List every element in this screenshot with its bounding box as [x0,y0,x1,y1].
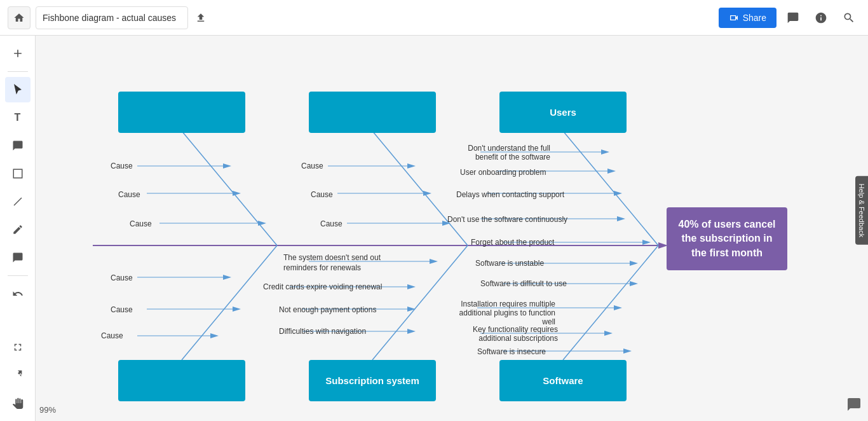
svg-marker-53 [604,331,613,336]
system-reminder-cause: The system doesn't send out reminders fo… [283,253,391,273]
svg-marker-10 [258,221,266,226]
comment-tool[interactable] [5,245,31,270]
svg-line-18 [372,131,468,245]
share-button[interactable]: Share [719,8,776,28]
svg-marker-42 [617,216,625,221]
bottom-right-label: Software [543,375,583,386]
svg-line-4 [182,131,277,245]
diagram-title: Fishbone diagram - actual causes [43,13,181,23]
cause-label: Cause [130,219,152,228]
add-tool[interactable] [5,41,31,66]
cause-label: Cause [101,331,123,340]
payment-options-cause: Not enough payment options [279,305,376,314]
undo-tool[interactable] [5,281,31,307]
sticky-note-tool[interactable] [5,133,31,158]
canvas: Users Subscription system Software 40% o… [36,36,868,421]
cause-label: Cause [118,190,140,199]
bottom-middle-label: Subscription system [325,375,419,386]
key-functionality-cause: Key functionality requires additional su… [450,325,558,343]
svg-marker-33 [407,329,416,334]
cause-label: Cause [111,162,133,170]
chat-button[interactable] [782,6,804,29]
bottom-right-category[interactable]: Software [499,360,627,401]
bottom-comment-button[interactable] [846,397,862,415]
select-tool[interactable] [5,77,31,102]
svg-marker-8 [233,191,241,196]
cause-label: Cause [111,273,133,282]
svg-marker-20 [407,163,416,169]
bottom-middle-category[interactable]: Subscription system [309,360,436,401]
svg-marker-13 [223,275,231,280]
unstable-cause: Software is unstable [475,259,544,268]
result-box[interactable]: 40% of users cancel the subscription in … [667,207,787,270]
fit-screen-tool[interactable] [5,335,31,360]
top-middle-category[interactable] [309,92,436,133]
svg-marker-51 [614,305,622,310]
svg-marker-36 [601,149,609,155]
pencil-tool[interactable] [5,217,31,242]
toolbar-divider2 [8,275,28,276]
result-text: 40% of users cancel the subscription in … [679,219,776,258]
svg-rect-0 [13,169,22,178]
credit-card-cause: Credit cards expire voiding renewal [263,282,382,291]
line-tool[interactable] [5,189,31,214]
forget-cause: Forget about the product [471,238,554,247]
title-bar[interactable]: Fishbone diagram - actual causes [36,6,188,29]
expand-tool[interactable] [5,362,31,388]
svg-marker-6 [223,163,231,169]
navigation-cause: Difficulties with navigation [279,327,366,336]
svg-marker-17 [210,333,219,338]
svg-line-11 [182,245,277,360]
svg-marker-27 [430,259,438,264]
search-button[interactable] [837,6,860,29]
toolbar-divider [8,71,28,72]
rectangle-tool[interactable] [5,161,31,186]
svg-marker-49 [630,281,638,286]
difficult-cause: Software is difficult to use [480,279,567,288]
svg-marker-55 [623,349,632,354]
bottom-left-category[interactable] [118,360,245,401]
text-tool[interactable]: T [5,105,31,130]
svg-marker-22 [423,191,431,196]
info-button[interactable] [810,6,832,29]
hand-tool[interactable] [5,390,31,416]
cause-label: Cause [301,162,323,170]
svg-marker-47 [630,261,638,266]
svg-marker-31 [407,307,416,312]
svg-marker-38 [607,169,616,174]
onboarding-cause: User onboarding problem [460,168,546,177]
svg-marker-40 [614,191,622,196]
share-label: Share [743,13,766,23]
svg-marker-44 [642,240,651,245]
top-left-category[interactable] [118,92,245,133]
installation-cause: Installation requires multiple additiona… [447,300,555,326]
dont-understand-cause: Don't understand the full benefit of the… [455,144,550,162]
cause-label: Cause [311,190,333,199]
svg-line-1 [14,198,22,205]
insecure-cause: Software is insecure [477,347,546,356]
svg-line-34 [563,131,658,245]
home-button[interactable] [8,6,31,29]
upload-button[interactable] [191,8,211,28]
top-right-label: Users [550,107,576,118]
zoom-level: 99% [39,405,56,415]
top-right-category[interactable]: Users [499,92,627,133]
svg-marker-29 [407,284,416,289]
svg-line-45 [563,245,658,360]
cause-label: Cause [111,305,133,314]
svg-marker-15 [233,307,241,312]
cause-label: Cause [320,219,342,228]
feedback-tab[interactable]: Help & Feedback [855,176,868,245]
dont-use-cause: Don't use the software continuously [447,215,567,224]
delays-support-cause: Delays when contacting support [456,190,564,199]
